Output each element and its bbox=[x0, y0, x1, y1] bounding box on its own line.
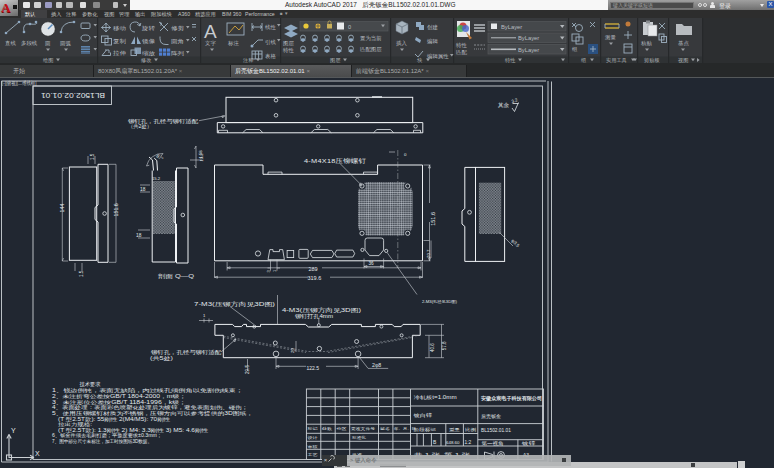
svg-text:3.2: 3.2 bbox=[511, 97, 519, 104]
svg-text:151.6: 151.6 bbox=[430, 212, 436, 226]
svg-text:实用工具: 实用工具 bbox=[606, 56, 627, 63]
svg-text:289: 289 bbox=[309, 266, 318, 272]
svg-text:匹配: 匹配 bbox=[456, 49, 467, 56]
svg-text:15.2: 15.2 bbox=[152, 176, 161, 181]
svg-text:151.6: 151.6 bbox=[113, 203, 119, 216]
svg-text:复制: 复制 bbox=[113, 37, 126, 44]
svg-text:29.5: 29.5 bbox=[245, 365, 250, 374]
svg-text:ByLayer: ByLayer bbox=[518, 46, 539, 52]
svg-text:标准化: 标准化 bbox=[351, 435, 367, 440]
svg-text:后壳钣金: 后壳钣金 bbox=[481, 413, 501, 420]
svg-text:36: 36 bbox=[369, 261, 375, 266]
svg-text:创建: 创建 bbox=[427, 24, 438, 31]
svg-text:修剪: 修剪 bbox=[171, 25, 185, 32]
svg-text:1.5: 1.5 bbox=[90, 153, 95, 160]
svg-text:重量: 重量 bbox=[449, 427, 460, 432]
svg-text:剖面 Q—Q: 剖面 Q—Q bbox=[158, 273, 194, 280]
svg-text:特性: 特性 bbox=[283, 47, 294, 54]
svg-text:7-M3(压铆方向见3D图): 7-M3(压铆方向见3D图) bbox=[194, 301, 275, 308]
svg-text:编辑属性: 编辑属性 bbox=[427, 53, 449, 59]
svg-text:特性: 特性 bbox=[505, 56, 515, 63]
svg-text:X: X bbox=[35, 450, 40, 457]
svg-text:审核: 审核 bbox=[308, 444, 319, 449]
svg-text:A: A bbox=[204, 21, 217, 42]
svg-text:18: 18 bbox=[140, 187, 146, 192]
svg-text:(共5处): (共5处) bbox=[150, 355, 173, 362]
svg-text:0: 0 bbox=[404, 152, 407, 157]
svg-text:BL1502.02.01.01: BL1502.02.01.01 bbox=[41, 92, 105, 99]
svg-text:20: 20 bbox=[290, 348, 295, 353]
svg-text:分区: 分区 bbox=[337, 427, 348, 431]
svg-text:圆弧: 圆弧 bbox=[60, 40, 71, 47]
svg-text:置为当前: 置为当前 bbox=[360, 34, 382, 40]
svg-text:引线: 引线 bbox=[265, 39, 276, 46]
svg-text:表格: 表格 bbox=[265, 53, 276, 60]
svg-text:648.60: 648.60 bbox=[446, 440, 460, 445]
svg-text:3: 3 bbox=[266, 270, 271, 273]
svg-text:比例: 比例 bbox=[465, 427, 476, 433]
svg-text:多段线: 多段线 bbox=[21, 40, 38, 46]
svg-text:标注: 标注 bbox=[227, 40, 239, 47]
svg-text:1.5: 1.5 bbox=[79, 270, 84, 277]
svg-text:φ3.5: φ3.5 bbox=[510, 238, 520, 248]
svg-text:测量: 测量 bbox=[605, 34, 616, 41]
svg-text:3、未注形位公差按GB/T 1184-1996，k级；: 3、未注形位公差按GB/T 1184-1996，k级； bbox=[52, 400, 186, 405]
svg-text:13.2: 13.2 bbox=[199, 153, 204, 162]
svg-text:18: 18 bbox=[136, 233, 142, 238]
svg-text:7、图中部分尺寸未标注，加工时按图纸3D数据。: 7、图中部分尺寸未标注，加工时按图纸3D数据。 bbox=[52, 439, 152, 445]
svg-text:20.7: 20.7 bbox=[426, 249, 431, 258]
svg-text:1:2: 1:2 bbox=[465, 440, 472, 445]
svg-text:直线: 直线 bbox=[5, 40, 16, 46]
svg-text:年、月、日: 年、月、日 bbox=[394, 427, 416, 431]
svg-text:57.8: 57.8 bbox=[442, 341, 447, 350]
svg-text:ByLayer: ByLayer bbox=[518, 35, 539, 41]
svg-text:319.6: 319.6 bbox=[308, 275, 322, 281]
svg-text:4-M4X18压铆螺钉: 4-M4X18压铆螺钉 bbox=[304, 157, 366, 164]
svg-text:Y: Y bbox=[11, 427, 16, 434]
svg-text:技术要求: 技术要求 bbox=[80, 381, 101, 388]
svg-text:旋转: 旋转 bbox=[141, 25, 156, 32]
svg-text:签名: 签名 bbox=[380, 427, 390, 431]
svg-text:（共2处）: （共2处） bbox=[128, 123, 152, 130]
svg-text:镀白锌: 镀白锌 bbox=[412, 412, 432, 419]
svg-text:0: 0 bbox=[348, 23, 351, 29]
svg-text:移动: 移动 bbox=[113, 25, 126, 32]
svg-text:组: 组 bbox=[572, 46, 578, 52]
svg-text:粘贴: 粘贴 bbox=[641, 40, 652, 47]
svg-text:安徽众宸电子科技有限公司: 安徽众宸电子科技有限公司 bbox=[481, 395, 542, 402]
svg-text:组: 组 bbox=[581, 56, 586, 62]
svg-text:编辑: 编辑 bbox=[427, 38, 438, 44]
svg-text:40.6: 40.6 bbox=[430, 343, 435, 352]
svg-text:第一视角: 第一视角 bbox=[482, 440, 504, 447]
svg-text:匹配图层: 匹配图层 bbox=[360, 45, 382, 52]
svg-text:其余: 其余 bbox=[498, 102, 510, 109]
svg-text:绘图: 绘图 bbox=[43, 56, 53, 62]
svg-text:基点: 基点 bbox=[678, 40, 689, 46]
svg-text:144: 144 bbox=[59, 204, 65, 213]
svg-text:B: B bbox=[433, 439, 437, 445]
svg-text:图层: 图层 bbox=[330, 56, 341, 62]
svg-text:122.5: 122.5 bbox=[307, 365, 320, 371]
svg-text:线性: 线性 bbox=[265, 24, 276, 30]
svg-text:阵列: 阵列 bbox=[171, 50, 185, 56]
svg-text:修改: 修改 bbox=[140, 56, 151, 62]
svg-text:工艺: 工艺 bbox=[308, 453, 319, 457]
svg-text:冷轧板t=1.0mm: 冷轧板t=1.0mm bbox=[414, 395, 457, 401]
svg-text:文字: 文字 bbox=[205, 40, 216, 46]
svg-text:镀锌: 镀锌 bbox=[521, 440, 536, 446]
svg-text:阶段标记: 阶段标记 bbox=[414, 427, 437, 433]
svg-text:标记: 标记 bbox=[306, 426, 318, 431]
svg-text:ByLayer: ByLayer bbox=[501, 23, 522, 29]
svg-text:BL1502.01.01: BL1502.01.01 bbox=[481, 428, 511, 433]
svg-text:2φ8: 2φ8 bbox=[372, 362, 381, 368]
svg-text:设计: 设计 bbox=[308, 435, 319, 440]
svg-text:拉伸: 拉伸 bbox=[113, 50, 126, 56]
svg-text:块: 块 bbox=[417, 56, 423, 62]
svg-text:剪贴板: 剪贴板 bbox=[644, 56, 660, 63]
svg-text:插入: 插入 bbox=[396, 40, 407, 47]
svg-text:处数: 处数 bbox=[322, 426, 333, 431]
svg-text:2-M3(孔径见3D图): 2-M3(孔径见3D图) bbox=[422, 299, 457, 304]
svg-text:1: 1 bbox=[272, 269, 277, 272]
svg-text:注释: 注释 bbox=[243, 56, 253, 62]
svg-text:特性: 特性 bbox=[456, 42, 467, 49]
